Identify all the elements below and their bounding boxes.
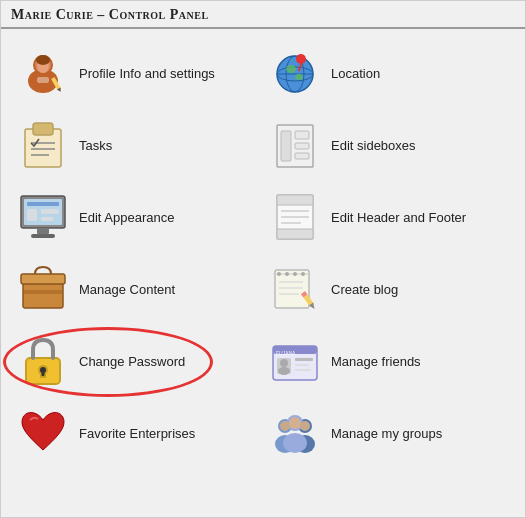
svg-point-45 <box>277 272 281 276</box>
svg-point-75 <box>280 421 290 431</box>
manage-friends-item[interactable]: FUJANA Manage friends <box>263 325 515 397</box>
edit-sideboxes-icon <box>269 119 321 171</box>
svg-point-77 <box>289 417 301 429</box>
profile-label: Profile Info and settings <box>79 66 215 81</box>
edit-header-footer-label: Edit Header and Footer <box>331 210 466 225</box>
change-password-item[interactable]: Change Password <box>11 325 263 397</box>
edit-header-footer-icon <box>269 191 321 243</box>
svg-rect-41 <box>21 274 65 284</box>
svg-point-14 <box>296 54 306 64</box>
svg-rect-32 <box>41 209 59 214</box>
edit-appearance-icon <box>17 191 69 243</box>
svg-point-48 <box>301 272 305 276</box>
create-blog-label: Create blog <box>331 282 398 297</box>
svg-rect-17 <box>33 123 53 135</box>
svg-text:FUJANA: FUJANA <box>276 350 296 356</box>
manage-content-icon <box>17 263 69 315</box>
svg-rect-42 <box>23 290 63 294</box>
svg-point-74 <box>283 433 307 453</box>
svg-rect-30 <box>27 202 59 206</box>
svg-rect-22 <box>281 131 291 161</box>
edit-appearance-label: Edit Appearance <box>79 210 174 225</box>
svg-point-4 <box>36 55 50 65</box>
edit-appearance-item[interactable]: Edit Appearance <box>11 181 263 253</box>
svg-rect-33 <box>41 217 53 221</box>
control-panel: Marie Curie – Control Panel <box>0 0 526 518</box>
tasks-label: Tasks <box>79 138 112 153</box>
manage-friends-label: Manage friends <box>331 354 421 369</box>
svg-rect-35 <box>277 195 313 205</box>
manage-friends-icon: FUJANA <box>269 335 321 387</box>
tasks-icon <box>17 119 69 171</box>
svg-rect-28 <box>37 228 49 234</box>
svg-rect-65 <box>295 358 313 361</box>
svg-rect-5 <box>37 77 49 83</box>
panel-title: Marie Curie – Control Panel <box>1 1 525 29</box>
svg-point-13 <box>295 74 303 80</box>
create-blog-item[interactable]: Create blog <box>263 253 515 325</box>
manage-groups-label: Manage my groups <box>331 426 442 441</box>
profile-info-item[interactable]: Profile Info and settings <box>11 37 263 109</box>
location-icon <box>269 47 321 99</box>
create-blog-icon <box>269 263 321 315</box>
svg-rect-31 <box>27 209 37 221</box>
manage-groups-item[interactable]: Manage my groups <box>263 397 515 469</box>
manage-groups-icon <box>269 407 321 459</box>
svg-point-64 <box>278 367 290 375</box>
manage-content-label: Manage Content <box>79 282 175 297</box>
svg-rect-36 <box>277 229 313 239</box>
svg-point-47 <box>293 272 297 276</box>
title-text: Marie Curie – Control Panel <box>11 7 209 22</box>
svg-point-46 <box>285 272 289 276</box>
favorite-enterprises-icon <box>17 407 69 459</box>
edit-sideboxes-label: Edit sideboxes <box>331 138 416 153</box>
favorite-enterprises-item[interactable]: Favorite Enterprises <box>11 397 263 469</box>
manage-content-item[interactable]: Manage Content <box>11 253 263 325</box>
svg-rect-24 <box>295 143 309 149</box>
location-label: Location <box>331 66 380 81</box>
change-password-icon <box>17 335 69 387</box>
profile-icon <box>17 47 69 99</box>
svg-rect-25 <box>295 153 309 159</box>
tasks-item[interactable]: Tasks <box>11 109 263 181</box>
svg-point-63 <box>280 359 288 367</box>
location-item[interactable]: Location <box>263 37 515 109</box>
svg-rect-23 <box>295 131 309 139</box>
svg-rect-29 <box>31 234 55 238</box>
svg-rect-67 <box>295 369 311 371</box>
svg-rect-59 <box>42 370 45 376</box>
svg-rect-66 <box>295 364 309 366</box>
change-password-label: Change Password <box>79 354 185 369</box>
edit-header-footer-item[interactable]: Edit Header and Footer <box>263 181 515 253</box>
svg-point-76 <box>300 421 310 431</box>
svg-point-12 <box>286 65 296 73</box>
menu-grid: Profile Info and settings <box>1 29 525 477</box>
edit-sideboxes-item[interactable]: Edit sideboxes <box>263 109 515 181</box>
favorite-enterprises-label: Favorite Enterprises <box>79 426 195 441</box>
